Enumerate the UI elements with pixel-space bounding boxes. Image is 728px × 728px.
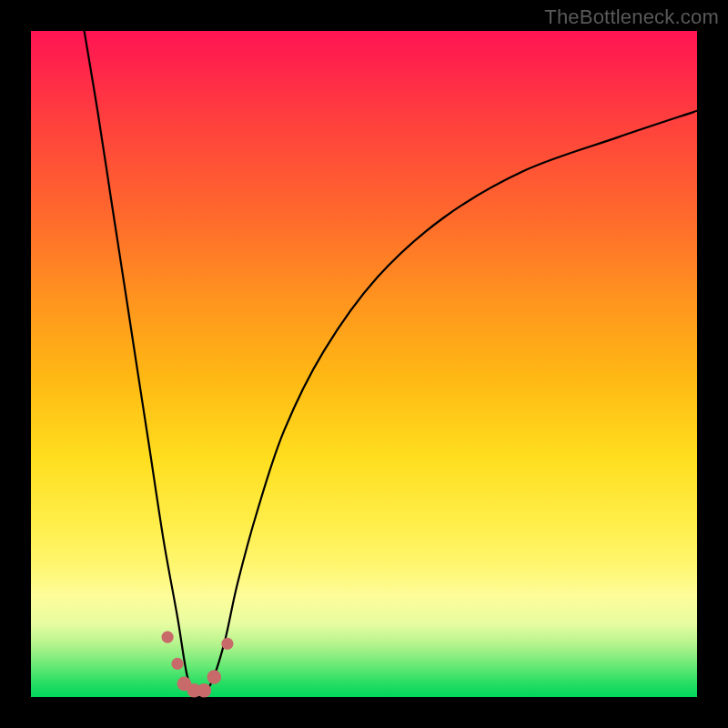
valley-marker (221, 638, 233, 650)
attribution-text: TheBottleneck.com (544, 5, 719, 29)
valley-marker (162, 632, 174, 643)
valley-markers (162, 632, 234, 698)
gradient-panel (31, 31, 697, 697)
curve-layer (31, 31, 697, 697)
valley-marker (197, 683, 212, 698)
chart-frame: TheBottleneck.com (0, 0, 728, 728)
valley-marker (207, 670, 222, 684)
valley-marker (171, 658, 183, 670)
bottleneck-curve (85, 31, 697, 697)
